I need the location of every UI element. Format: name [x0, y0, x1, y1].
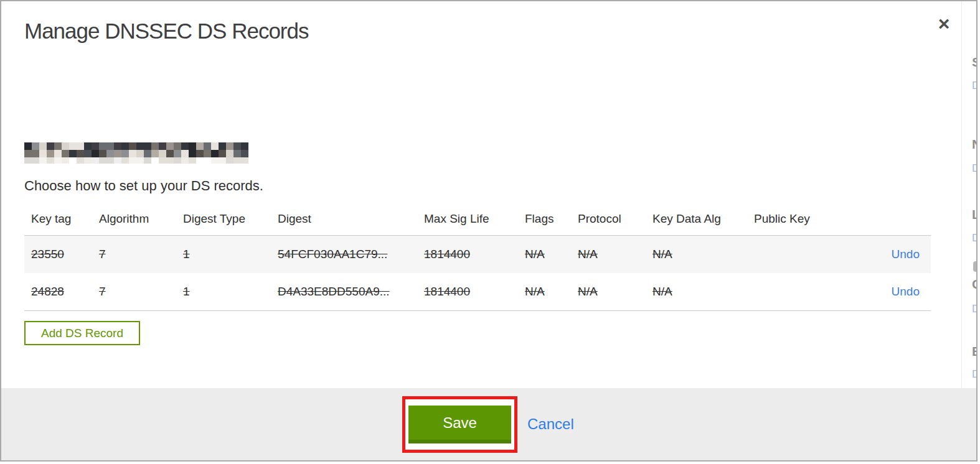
cell-protocol: N/A [578, 248, 653, 261]
column-header-key-tag: Key tag [24, 212, 99, 226]
cell-digest-type: 1 [183, 285, 278, 299]
redacted-domain-name [24, 142, 248, 164]
scrollbar-thumb[interactable] [973, 261, 978, 272]
cell-key-tag: 24828 [24, 285, 99, 299]
cell-digest: D4A33E8DD550A9... [278, 285, 424, 299]
cell-max-sig-life: 1814400 [424, 285, 525, 299]
background-text-fragment: D [972, 162, 978, 175]
cancel-link[interactable]: Cancel [527, 415, 574, 433]
background-text-fragment: S [972, 55, 978, 70]
table-header-row: Key tag Algorithm Digest Type Digest Max… [24, 203, 931, 235]
cell-flags: N/A [525, 248, 578, 261]
background-page-divider [976, 1, 977, 388]
column-header-max-sig-life: Max Sig Life [424, 212, 525, 226]
column-header-digest: Digest [278, 212, 424, 226]
save-button[interactable]: Save [408, 406, 511, 443]
background-text-fragment: C [972, 277, 978, 292]
cell-protocol: N/A [578, 285, 653, 299]
column-header-public-key: Public Key [754, 212, 841, 226]
page-title: Manage DNSSEC DS Records [24, 19, 308, 44]
cell-algorithm: 7 [99, 248, 183, 261]
cell-digest: 54FCF030AA1C79... [278, 248, 424, 261]
column-header-key-data-alg: Key Data Alg [653, 212, 754, 226]
background-text-fragment: D [972, 80, 978, 92]
background-text-fragment: D [972, 303, 978, 315]
table-row: 24828 7 1 D4A33E8DD550A9... 1814400 N/A … [24, 273, 931, 311]
column-header-digest-type: Digest Type [183, 212, 278, 226]
close-icon[interactable]: × [931, 11, 956, 36]
column-header-protocol: Protocol [578, 212, 653, 226]
modal-right-edge [961, 1, 962, 388]
dnssec-modal: Manage DNSSEC DS Records × Choose how to… [0, 0, 978, 462]
undo-link[interactable]: Undo [892, 285, 920, 298]
instruction-text: Choose how to set up your DS records. [24, 178, 263, 194]
background-text-fragment: N [972, 137, 978, 152]
cell-max-sig-life: 1814400 [424, 248, 525, 261]
cell-digest-type: 1 [183, 248, 278, 261]
cell-key-data-alg: N/A [653, 248, 754, 261]
background-text-fragment: L [972, 207, 978, 222]
cell-algorithm: 7 [99, 285, 183, 299]
background-text-fragment: D [972, 368, 978, 381]
cell-flags: N/A [525, 285, 578, 299]
background-text-fragment: E [972, 344, 978, 359]
cell-key-data-alg: N/A [653, 285, 754, 299]
column-header-algorithm: Algorithm [99, 212, 183, 226]
red-highlight-annotation: Save [402, 396, 517, 453]
background-text-fragment: D [972, 232, 978, 244]
column-header-flags: Flags [525, 212, 578, 226]
add-ds-record-button[interactable]: Add DS Record [24, 321, 140, 345]
undo-link[interactable]: Undo [892, 248, 920, 261]
cell-key-tag: 23550 [24, 248, 99, 261]
table-row: 23550 7 1 54FCF030AA1C79... 1814400 N/A … [24, 235, 931, 273]
background-page-sliver: SDNDLDCDED [972, 1, 978, 388]
